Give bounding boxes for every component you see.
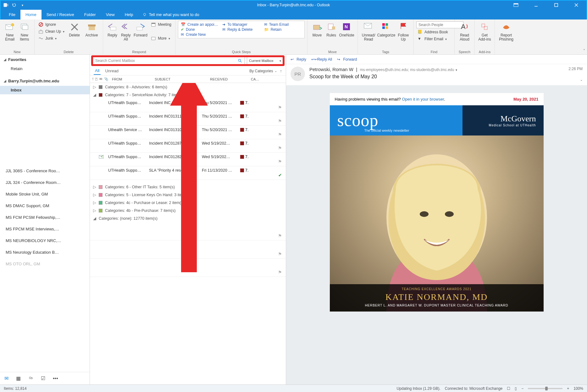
shared-folder[interactable]: MS FPCM MSE Interviews,…: [0, 225, 90, 233]
move-button[interactable]: Move: [310, 21, 324, 37]
view-reading-icon[interactable]: ▯: [515, 386, 517, 391]
sort-direction-icon[interactable]: ↑: [280, 69, 282, 73]
flag-icon[interactable]: ⚑: [278, 251, 282, 257]
filter-unread[interactable]: Unread: [105, 69, 119, 73]
category-group[interactable]: ▷Categories: 6 - Other IT Tasks: 5 item(…: [90, 183, 286, 191]
undo-icon[interactable]: [11, 2, 17, 8]
forward-button[interactable]: Forward: [133, 21, 149, 37]
ribbon-display-icon[interactable]: [510, 0, 522, 10]
message-row[interactable]: UTHealth Suppo… Incident INC0128208 a… W…: [90, 153, 286, 166]
flag-icon[interactable]: ⚑: [278, 146, 282, 151]
new-items-button[interactable]: New Items: [17, 21, 32, 41]
forward-link[interactable]: ↪ Forward: [337, 57, 357, 62]
reading-body[interactable]: Having problems viewing this email? Open…: [286, 86, 587, 384]
message-row[interactable]: UTHealth Suppo… Incident INC… Thu 5/20/2…: [90, 99, 286, 112]
close-button[interactable]: [570, 0, 583, 10]
new-email-button[interactable]: New Email: [3, 21, 17, 41]
tab-home[interactable]: Home: [20, 10, 42, 19]
flag-icon[interactable]: ⚑: [278, 270, 282, 275]
ribbon-collapse-icon[interactable]: ˄: [583, 49, 585, 53]
search-icon[interactable]: [238, 58, 242, 63]
shared-folder[interactable]: MS FCM PCSM Fellowship,…: [0, 213, 90, 222]
read-aloud-button[interactable]: ARead Aloud: [457, 21, 472, 41]
flag-icon[interactable]: ⚑: [278, 119, 282, 124]
onenote-button[interactable]: NOneNote: [338, 21, 355, 37]
flag-icon[interactable]: ⚑: [278, 105, 282, 110]
get-addins-button[interactable]: Get Add-ins: [477, 21, 492, 41]
junk-button[interactable]: Junk ▾: [37, 35, 66, 41]
more-nav-icon[interactable]: •••: [53, 376, 58, 381]
attachment-column-icon[interactable]: 📎: [104, 77, 108, 81]
shared-folder[interactable]: Mobile Stroke Unit, GM: [0, 190, 90, 198]
category-group[interactable]: ◢Categories: 7 - ServiceNow Activity: 7 …: [90, 91, 286, 99]
expand-header-icon[interactable]: ⌄: [568, 78, 583, 81]
tab-help[interactable]: Help: [120, 10, 138, 19]
search-mailbox-input[interactable]: Search Current Mailbox: [92, 57, 245, 65]
category-group[interactable]: ▷Categories: 4c - Purchase or Lease: 2 i…: [90, 199, 286, 207]
zoom-slider[interactable]: [528, 388, 562, 389]
folder-inbox[interactable]: Inbox: [0, 86, 90, 94]
reply-link[interactable]: ↩ Reply: [291, 57, 306, 62]
tab-folder[interactable]: Folder: [79, 10, 101, 19]
minimize-button[interactable]: [530, 0, 542, 10]
reply-all-link[interactable]: ↩↩ Reply All: [311, 57, 332, 62]
shared-folder[interactable]: JJL 308S - Conference Roo…: [0, 167, 90, 175]
categories-column[interactable]: CA…: [251, 77, 286, 81]
tab-file[interactable]: File: [4, 10, 20, 19]
flag-icon[interactable]: ⚑: [278, 132, 282, 137]
ignore-button[interactable]: Ignore: [37, 21, 66, 28]
category-group[interactable]: ▷Categories: 8 - Advisories: 6 item(s): [90, 83, 286, 91]
icon-column-icon[interactable]: ✉: [99, 77, 102, 81]
shared-folder[interactable]: MS NEUROBIOLOGY NRC,…: [0, 236, 90, 245]
cleanup-button[interactable]: Clean Up ▾: [37, 28, 66, 35]
search-scope-dropdown[interactable]: Current Mailbox▾: [247, 57, 283, 65]
open-in-browser-link[interactable]: Open it in your browser: [402, 97, 444, 102]
from-column[interactable]: FROM: [112, 77, 152, 81]
account-header[interactable]: ◢Barry.Turpin@uth.tmc.edu: [0, 76, 90, 86]
message-row[interactable]: ⚑: [90, 240, 286, 259]
people-view-icon[interactable]: [28, 376, 33, 381]
reminder-column-icon[interactable]: ⍞: [95, 77, 97, 81]
flag-icon[interactable]: ⚑: [278, 233, 282, 238]
meeting-button[interactable]: Meeting: [150, 21, 173, 28]
message-row[interactable]: ⚑: [90, 259, 286, 277]
more-respond-button[interactable]: More ▾: [150, 35, 173, 41]
zoom-out-icon[interactable]: −: [521, 386, 523, 391]
message-row[interactable]: UTHealth Suppo… Incident INC0128757 a… W…: [90, 139, 286, 153]
zoom-in-icon[interactable]: +: [567, 386, 569, 391]
favorites-header[interactable]: ◢Favorites: [0, 55, 90, 64]
flag-icon[interactable]: ⚑: [278, 159, 282, 164]
delete-button[interactable]: Delete: [66, 21, 83, 37]
tell-me[interactable]: Tell me what you want to do: [138, 10, 203, 19]
category-group[interactable]: ◢Categories: (none): 12770 item(s): [90, 214, 286, 222]
archive-button[interactable]: Archive: [83, 21, 100, 37]
reply-all-button[interactable]: Reply All: [119, 21, 133, 41]
shared-folder[interactable]: MS Neurology Education B…: [0, 248, 90, 257]
subject-column[interactable]: SUBJECT: [155, 77, 208, 81]
arrange-by[interactable]: By Categories ⌄: [249, 69, 277, 73]
categorize-button[interactable]: Categorize: [377, 21, 396, 37]
message-row[interactable]: ⚑: [90, 222, 286, 240]
calendar-view-icon[interactable]: ▦: [16, 375, 21, 381]
category-group[interactable]: ▷Categories: 4b - Pre-Purchase: 7 item(s…: [90, 207, 286, 214]
reply-button[interactable]: Reply: [106, 21, 119, 37]
report-phishing-button[interactable]: Report Phishing: [497, 21, 515, 41]
message-row[interactable]: UTHealth Suppo… Incident INC0131155 a… T…: [90, 112, 286, 126]
complete-icon[interactable]: ✔: [278, 173, 282, 178]
qat-customize-icon[interactable]: ▾: [19, 2, 25, 8]
favorite-retain[interactable]: Retain: [0, 64, 90, 73]
shared-folder[interactable]: JJL 324 - Conference Room…: [0, 178, 90, 187]
maximize-button[interactable]: [550, 0, 562, 10]
shared-folder[interactable]: MS DMAC Support, GM: [0, 202, 90, 210]
tasks-view-icon[interactable]: ☑: [41, 375, 45, 381]
tab-send-receive[interactable]: Send / Receive: [42, 10, 79, 19]
message-row[interactable]: Uthealth Service … Incident INC0131019 a…: [90, 126, 286, 139]
view-normal-icon[interactable]: ☐: [507, 386, 510, 391]
received-column[interactable]: RECEIVED: [210, 77, 248, 81]
mail-view-icon[interactable]: ✉: [4, 375, 8, 381]
shared-folder[interactable]: MS OTO ORL, GM: [0, 260, 90, 268]
quick-steps-gallery[interactable]: 📅Create an appoi… ➜To Manager ✉Team Emai…: [178, 21, 305, 38]
followup-button[interactable]: Follow Up: [396, 21, 411, 41]
unread-read-button[interactable]: Unread/ Read: [360, 21, 377, 41]
filter-all[interactable]: All: [94, 67, 101, 75]
